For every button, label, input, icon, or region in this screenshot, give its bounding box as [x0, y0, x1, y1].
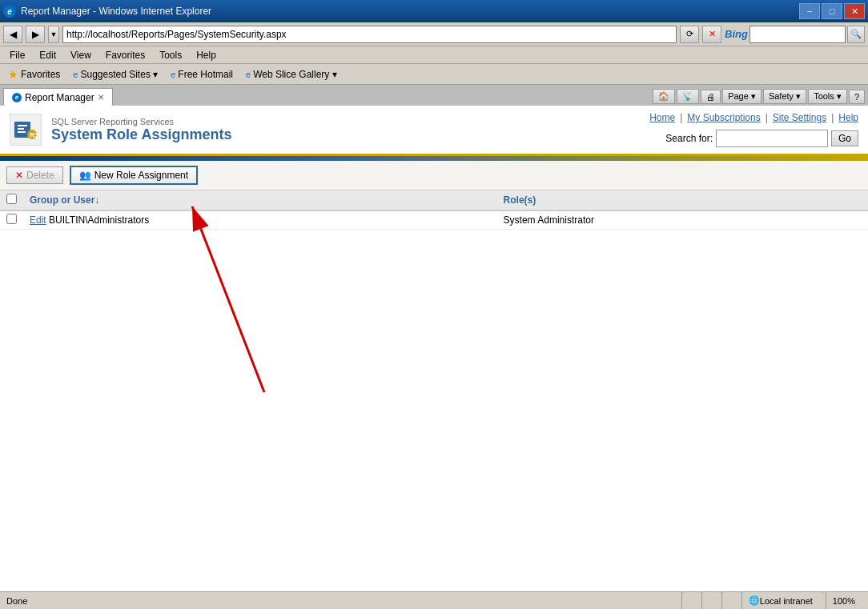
menu-bar: File Edit View Favorites Tools Help [0, 46, 868, 64]
select-all-checkbox[interactable] [6, 194, 17, 204]
menu-help[interactable]: Help [190, 48, 223, 62]
group-user-cell: Edit BUILTIN\Administrators [23, 210, 497, 230]
ssrs-title-block: SQL Server Reporting Services System Rol… [51, 117, 649, 143]
favorites-button[interactable]: ★ Favorites [5, 66, 63, 82]
stop-button[interactable]: ✕ [702, 26, 721, 43]
ssrs-page-title: System Role Assignments [51, 126, 649, 143]
tab-close-icon[interactable]: ✕ [98, 93, 104, 102]
ssrs-logo: RS [10, 114, 42, 146]
address-bar: ◀ ▶ ▼ ⟳ ✕ Bing 🔍 [0, 22, 868, 46]
delete-button[interactable]: ✕ Delete [6, 166, 63, 184]
status-panel-1 [681, 592, 695, 609]
minimize-button[interactable]: − [799, 3, 820, 19]
menu-file[interactable]: File [3, 48, 31, 62]
zoom-panel: 100% [826, 592, 862, 609]
address-input[interactable] [62, 26, 677, 43]
ssrs-header: RS SQL Server Reporting Services System … [0, 106, 868, 156]
row-checkbox-cell [0, 210, 23, 230]
svg-rect-1 [18, 125, 27, 126]
title-bar: e Report Manager - Windows Internet Expl… [0, 0, 868, 22]
webslice-icon: e [246, 70, 251, 79]
ssrs-search: Search for: Go [665, 130, 858, 147]
back-button[interactable]: ◀ [3, 26, 22, 43]
star-icon: ★ [8, 68, 18, 81]
content-toolbar: ✕ Delete 👥 New Role Assignment [0, 161, 868, 190]
svg-rect-3 [18, 131, 26, 133]
free-hotmail-link[interactable]: e Free Hotmail [167, 67, 236, 82]
col-group-user[interactable]: Group or User↓ [23, 190, 497, 210]
table-row: Edit BUILTIN\Administrators System Admin… [0, 210, 868, 230]
zone-label: Local intranet [760, 596, 813, 606]
window-title: Report Manager - Windows Internet Explor… [21, 6, 799, 17]
ssrs-subtitle: SQL Server Reporting Services [51, 117, 649, 126]
refresh-button[interactable]: ⟳ [680, 26, 699, 43]
active-tab[interactable]: e Report Manager ✕ [3, 88, 113, 106]
menu-tools[interactable]: Tools [153, 48, 188, 62]
menu-view[interactable]: View [64, 48, 98, 62]
nav-site-settings[interactable]: Site Settings [773, 112, 826, 123]
bing-search-input[interactable] [749, 26, 846, 43]
ssrs-header-right: Home | My Subscriptions | Site Settings … [649, 112, 858, 147]
nav-help[interactable]: Help [838, 112, 858, 123]
menu-edit[interactable]: Edit [33, 48, 62, 62]
suggested-sites-label: Suggested Sites ▾ [80, 69, 158, 80]
rss-button[interactable]: 📡 [677, 89, 699, 104]
favorites-label: Favorites [21, 69, 60, 80]
print-button[interactable]: 🖨 [701, 90, 721, 104]
nav-home[interactable]: Home [649, 112, 675, 123]
delete-label: Delete [26, 170, 54, 181]
web-slice-gallery-label: Web Slice Gallery ▾ [253, 69, 336, 80]
page-button[interactable]: Page ▾ [722, 89, 762, 104]
dropdown-button[interactable]: ▼ [48, 26, 59, 43]
col-roles: Role(s) [497, 190, 868, 210]
restore-button[interactable]: □ [822, 3, 842, 19]
hotmail-icon: e [171, 70, 175, 79]
main-content: Group or User↓ Role(s) Edit BUILTIN\Admi… [0, 190, 868, 572]
status-text: Done [6, 596, 337, 606]
row-checkbox[interactable] [6, 214, 17, 224]
free-hotmail-label: Free Hotmail [178, 69, 233, 80]
status-bar: Done 🌐 Local intranet 100% [0, 591, 868, 609]
globe-icon: 🌐 [749, 595, 760, 606]
delete-icon: ✕ [15, 170, 23, 181]
web-slice-gallery-link[interactable]: e Web Slice Gallery ▾ [243, 67, 340, 82]
tab-label: Report Manager [25, 92, 94, 103]
browser-toolbar-right: 🏠 📡 🖨 Page ▾ Safety ▾ Tools ▾ ? [115, 89, 865, 106]
close-button[interactable]: ✕ [844, 3, 865, 19]
status-panel-3 [721, 592, 735, 609]
zoom-label: 100% [833, 596, 855, 606]
svg-text:RS: RS [30, 131, 38, 139]
group-user-value: BUILTIN\Administrators [49, 214, 149, 226]
zone-panel: 🌐 Local intranet [741, 592, 819, 609]
status-panel-2 [701, 592, 715, 609]
new-role-assignment-button[interactable]: 👥 New Role Assignment [70, 166, 198, 185]
bing-logo: Bing [725, 28, 748, 40]
search-input[interactable] [716, 130, 828, 147]
forward-button[interactable]: ▶ [26, 26, 45, 43]
roles-cell: System Administrator [497, 210, 868, 230]
col-checkbox [0, 190, 23, 210]
bing-go-button[interactable]: 🔍 [847, 26, 865, 43]
tab-icon: e [12, 93, 22, 102]
help-button[interactable]: ? [849, 90, 865, 104]
svg-rect-2 [18, 128, 24, 130]
window-controls: − □ ✕ [799, 3, 865, 19]
tab-bar: e Report Manager ✕ 🏠 📡 🖨 Page ▾ Safety ▾… [0, 85, 868, 106]
bing-search-bar: Bing 🔍 [725, 26, 865, 43]
ie-small-icon: e [73, 70, 78, 79]
tools-button[interactable]: Tools ▾ [808, 89, 847, 104]
ssrs-nav: Home | My Subscriptions | Site Settings … [649, 112, 858, 123]
new-role-label: New Role Assignment [94, 170, 188, 181]
menu-favorites[interactable]: Favorites [99, 48, 151, 62]
roles-table: Group or User↓ Role(s) Edit BUILTIN\Admi… [0, 190, 868, 230]
new-role-icon: 👥 [79, 170, 91, 181]
suggested-sites-link[interactable]: e Suggested Sites ▾ [70, 67, 161, 82]
home-icon-btn[interactable]: 🏠 [653, 89, 675, 104]
edit-link[interactable]: Edit [30, 214, 46, 226]
favorites-bar: ★ Favorites e Suggested Sites ▾ e Free H… [0, 64, 868, 85]
nav-my-subscriptions[interactable]: My Subscriptions [687, 112, 760, 123]
safety-button[interactable]: Safety ▾ [763, 89, 806, 104]
search-go-button[interactable]: Go [831, 130, 858, 146]
search-label: Search for: [665, 133, 713, 144]
ie-icon: e [3, 5, 16, 18]
